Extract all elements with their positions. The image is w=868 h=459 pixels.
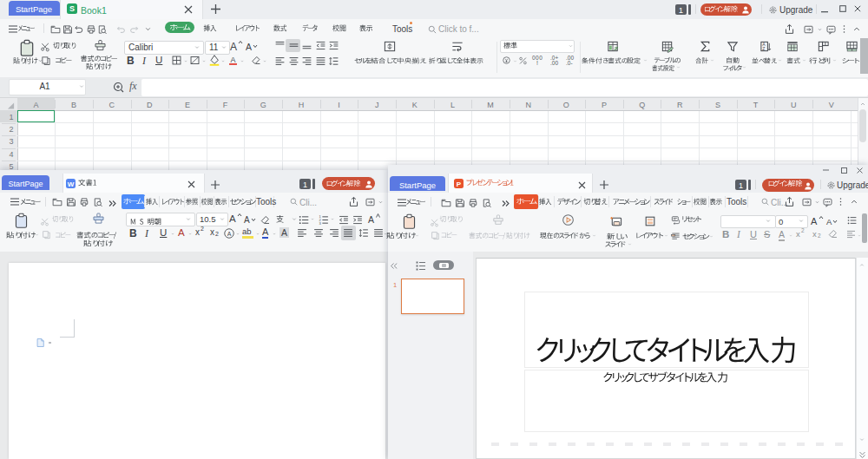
svg-text:Z: Z xyxy=(762,46,765,51)
svg-text:A: A xyxy=(227,230,232,236)
svg-text:A: A xyxy=(231,55,236,63)
svg-text:3: 3 xyxy=(319,221,322,226)
